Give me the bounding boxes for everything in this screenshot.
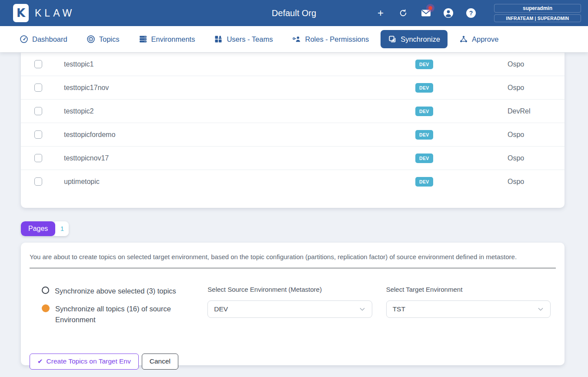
target-env-select[interactable]: TST	[386, 300, 551, 318]
radio-selected-icon[interactable]	[42, 304, 50, 312]
env-badge: DEV	[415, 107, 433, 116]
team-name: Ospo	[508, 60, 565, 68]
main-nav: Dashboard Topics Environments Users - Te…	[0, 26, 588, 52]
klaw-logo-icon: K	[13, 4, 29, 22]
topic-name: testtopicnov17	[64, 154, 415, 162]
table-row: testtopicnov17 DEV Ospo	[21, 146, 565, 170]
nav-item-topics[interactable]: Topics	[79, 30, 127, 48]
env-badge: DEV	[415, 83, 433, 93]
app-header: K KLAW Default Org + ?	[0, 0, 588, 26]
row-checkbox[interactable]	[34, 177, 42, 186]
refresh-icon[interactable]	[398, 7, 409, 19]
nav-item-synchronize[interactable]: Synchronize	[381, 30, 448, 48]
target-env-field: Select Target Environment TST	[386, 286, 551, 332]
row-checkbox[interactable]	[34, 83, 42, 92]
server-stack-icon	[139, 35, 147, 43]
team-name: Ospo	[508, 178, 565, 186]
radio-unselected-icon[interactable]	[42, 287, 49, 294]
table-row: uptimetopic DEV Ospo	[21, 170, 565, 193]
approve-network-icon	[459, 35, 468, 43]
source-env-label: Select Source Environment (Metastore)	[207, 286, 372, 293]
pagination: Pages 1	[21, 221, 69, 236]
sync-panel-card: You are about to create topics on select…	[21, 243, 565, 365]
team-name: Ospo	[508, 154, 565, 162]
chevron-down-icon	[359, 306, 366, 313]
nav-item-dashboard[interactable]: Dashboard	[12, 30, 75, 48]
nav-item-users-teams[interactable]: Users - Teams	[207, 30, 280, 48]
team-name: Ospo	[508, 84, 565, 92]
check-icon: ✔	[37, 357, 43, 365]
row-checkbox[interactable]	[34, 107, 42, 115]
topic-name: testtopic17nov	[64, 84, 415, 92]
nav-item-environments[interactable]: Environments	[131, 30, 203, 48]
target-env-label: Select Target Environment	[386, 286, 551, 293]
users-teams-icon	[214, 35, 223, 43]
radio-option-all-topics[interactable]: Synchronize all topics (16) of source En…	[42, 304, 207, 326]
row-checkbox[interactable]	[34, 130, 42, 139]
team-name: Ospo	[508, 131, 565, 139]
team-name: DevRel	[508, 107, 565, 115]
topic-name: testtopic2	[64, 107, 415, 115]
svg-text:?: ?	[469, 10, 473, 17]
mail-icon[interactable]	[420, 7, 431, 19]
sync-info-text: You are about to create topics on select…	[21, 253, 565, 260]
table-row: testtopicfordemo DEV Ospo	[21, 123, 565, 146]
topic-name: testtopicfordemo	[64, 131, 415, 139]
create-topics-button[interactable]: ✔ Create Topics on Target Env	[30, 354, 139, 370]
roles-key-icon	[292, 35, 301, 43]
topics-target-icon	[87, 35, 95, 43]
brand[interactable]: K KLAW	[13, 4, 75, 22]
table-row: testtopic17nov DEV Ospo	[21, 76, 565, 99]
source-env-field: Select Source Environment (Metastore) DE…	[207, 286, 372, 332]
help-icon[interactable]: ?	[465, 7, 477, 19]
source-env-select[interactable]: DEV	[207, 300, 372, 318]
env-badge: DEV	[415, 177, 433, 187]
topics-table: testtopic1 DEV Ospo testtopic17nov DEV O…	[21, 52, 565, 193]
radio-option-selected-topics[interactable]: Synchronize above selected (3) topics	[42, 286, 207, 297]
env-badge: DEV	[415, 60, 433, 69]
cancel-button[interactable]: Cancel	[142, 354, 178, 370]
topic-name: testtopic1	[64, 60, 415, 68]
nav-item-approve[interactable]: Approve	[452, 30, 506, 48]
dashboard-gauge-icon	[20, 35, 28, 43]
sync-mode-radio-group: Synchronize above selected (3) topics Sy…	[42, 286, 207, 332]
nav-item-roles-permissions[interactable]: Roles - Permissions	[284, 30, 376, 48]
profile-icon[interactable]	[443, 7, 454, 19]
notification-dot	[428, 6, 432, 10]
synchronize-icon	[388, 35, 397, 43]
env-badge: DEV	[415, 153, 433, 163]
topics-table-card: testtopic1 DEV Ospo testtopic17nov DEV O…	[21, 52, 565, 208]
brand-name: KLAW	[35, 7, 75, 19]
pages-label: Pages	[21, 221, 55, 236]
add-icon[interactable]: +	[375, 7, 386, 19]
divider	[30, 268, 556, 268]
table-row: testtopic2 DEV DevRel	[21, 99, 565, 123]
env-badge: DEV	[415, 130, 433, 140]
row-checkbox[interactable]	[34, 154, 42, 162]
username-chip[interactable]: superadmin	[494, 4, 581, 13]
page-number-button[interactable]: 1	[55, 221, 69, 236]
topic-name: uptimetopic	[64, 178, 415, 186]
row-checkbox[interactable]	[34, 60, 42, 68]
chevron-down-icon	[537, 306, 544, 313]
team-role-chip: INFRATEAM | SUPERADMIN	[494, 14, 581, 22]
table-row: testtopic1 DEV Ospo	[21, 52, 565, 76]
